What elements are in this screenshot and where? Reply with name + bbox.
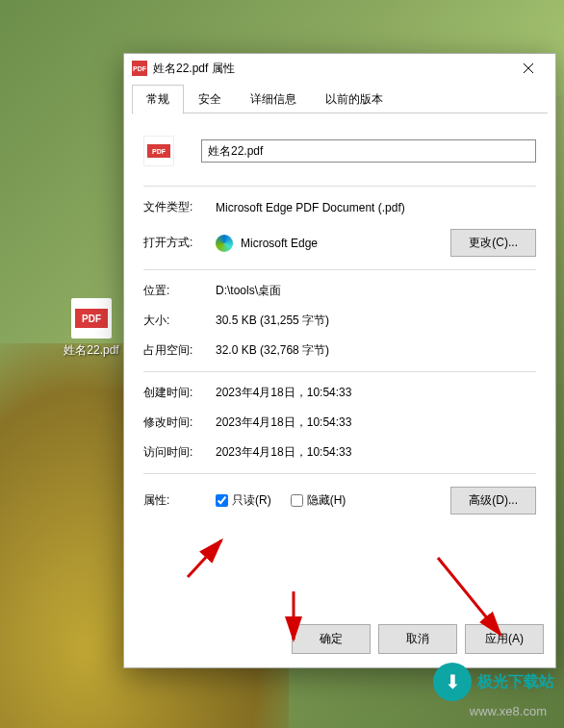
divider [143,186,536,187]
divider [143,473,536,474]
tab-security[interactable]: 安全 [184,85,236,113]
divider [143,269,536,270]
dialog-title: 姓名22.pdf 属性 [153,61,509,77]
dialog-buttons: 确定 取消 应用(A) [124,611,555,667]
close-icon [524,63,533,73]
cancel-button[interactable]: 取消 [378,624,457,654]
created-label: 创建时间: [143,385,216,401]
open-with-value: Microsoft Edge [241,237,318,250]
hidden-label: 隐藏(H) [307,492,346,509]
apply-button[interactable]: 应用(A) [465,624,544,654]
pdf-icon: PDF [143,136,174,166]
watermark-url: www.xe8.com [470,704,547,718]
tab-previous-versions[interactable]: 以前的版本 [311,85,397,113]
size-value: 30.5 KB (31,255 字节) [216,313,536,329]
watermark: ⬇ 极光下载站 [433,663,554,701]
dialog-content: PDF 文件类型: Microsoft Edge PDF Document (.… [124,113,555,611]
hidden-checkbox-wrap[interactable]: 隐藏(H) [291,492,346,509]
readonly-label: 只读(R) [232,492,271,509]
created-value: 2023年4月18日，10:54:33 [216,385,536,401]
watermark-logo-icon: ⬇ [433,663,472,701]
size-on-disk-value: 32.0 KB (32,768 字节) [216,342,536,359]
desktop-file-icon[interactable]: PDF 姓名22.pdf [63,298,120,359]
open-with-label: 打开方式: [143,235,216,251]
location-label: 位置: [143,283,216,299]
divider [143,371,536,372]
accessed-value: 2023年4月18日，10:54:33 [216,444,536,461]
pdf-badge: PDF [75,309,108,328]
pdf-badge: PDF [147,144,170,158]
accessed-label: 访问时间: [143,444,216,461]
pdf-icon: PDF [132,61,147,76]
modified-label: 修改时间: [143,414,216,431]
file-type-value: Microsoft Edge PDF Document (.pdf) [216,201,536,214]
properties-dialog: PDF 姓名22.pdf 属性 常规 安全 详细信息 以前的版本 PDF 文件类… [123,53,556,668]
ok-button[interactable]: 确定 [292,624,371,654]
hidden-checkbox[interactable] [291,494,303,507]
attributes-label: 属性: [143,492,216,509]
tabs-bar: 常规 安全 详细信息 以前的版本 [124,85,555,113]
location-value: D:\tools\桌面 [216,283,536,299]
size-label: 大小: [143,313,216,329]
size-on-disk-label: 占用空间: [143,342,216,359]
close-button[interactable] [509,55,548,82]
advanced-button[interactable]: 高级(D)... [450,487,536,515]
desktop-background: PDF 姓名22.pdf PDF 姓名22.pdf 属性 常规 安全 详细信息 … [0,0,564,728]
readonly-checkbox-wrap[interactable]: 只读(R) [216,492,271,509]
pdf-icon: PDF [71,298,112,339]
desktop-file-label: 姓名22.pdf [64,342,118,359]
title-bar[interactable]: PDF 姓名22.pdf 属性 [124,54,555,83]
change-button[interactable]: 更改(C)... [450,229,536,257]
tab-general[interactable]: 常规 [132,85,184,114]
file-type-label: 文件类型: [143,199,216,215]
filename-input[interactable] [201,139,536,163]
watermark-text: 极光下载站 [477,672,554,692]
modified-value: 2023年4月18日，10:54:33 [216,414,536,431]
readonly-checkbox[interactable] [216,494,228,507]
tab-details[interactable]: 详细信息 [236,85,311,113]
edge-icon [216,235,233,252]
